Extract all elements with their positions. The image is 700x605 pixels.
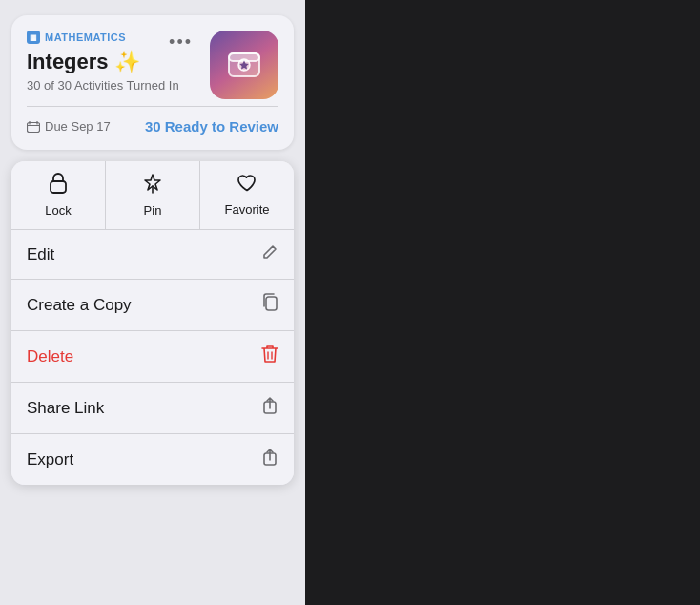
assignment-icon — [210, 31, 278, 99]
copy-icon — [261, 293, 278, 317]
card-footer: Due Sep 17 30 Ready to Review — [27, 106, 278, 135]
card-title: Integers ✨ — [27, 50, 179, 74]
card-subtitle: 30 of 30 Activities Turned In — [27, 78, 179, 93]
menu-top-actions: Lock Pin Favorite — [11, 161, 294, 230]
share-icon — [261, 396, 278, 420]
export-icon — [261, 448, 278, 471]
pin-icon — [143, 173, 162, 198]
edit-icon — [261, 243, 278, 265]
delete-menu-item[interactable]: Delete — [11, 331, 294, 383]
favorite-icon — [237, 174, 257, 198]
favorite-button[interactable]: Favorite — [200, 161, 294, 229]
edit-menu-item[interactable]: Edit — [11, 230, 294, 280]
context-menu: Lock Pin Favorite — [11, 161, 294, 485]
ready-to-review: 30 Ready to Review — [145, 118, 278, 135]
export-menu-item[interactable]: Export — [11, 434, 294, 485]
more-options-button[interactable]: ••• — [163, 31, 198, 54]
due-date: Due Sep 17 — [27, 119, 111, 134]
lock-button[interactable]: Lock — [11, 161, 106, 229]
share-link-menu-item[interactable]: Share Link — [11, 383, 294, 434]
left-panel: ▦ MATHEMATICS Integers ✨ 30 of 30 Activi… — [0, 0, 305, 605]
create-copy-menu-item[interactable]: Create a Copy — [11, 280, 294, 331]
right-panel — [305, 0, 700, 605]
pin-button[interactable]: Pin — [106, 161, 200, 229]
assignment-card: ▦ MATHEMATICS Integers ✨ 30 of 30 Activi… — [11, 15, 294, 150]
svg-rect-10 — [266, 297, 277, 310]
subject-icon: ▦ — [27, 31, 40, 44]
lock-icon — [49, 173, 68, 198]
card-subject: ▦ MATHEMATICS — [27, 31, 179, 44]
trash-icon — [261, 344, 278, 368]
svg-rect-8 — [51, 181, 66, 193]
